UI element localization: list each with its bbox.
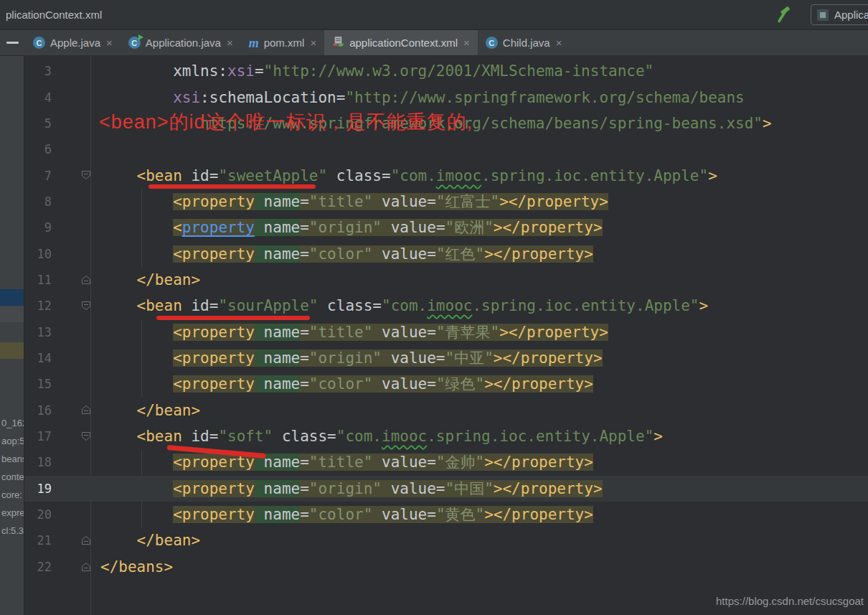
editor-tab[interactable]: CApplication.java× bbox=[121, 30, 241, 55]
fold-gutter bbox=[52, 189, 99, 215]
project-panel-sliver[interactable]: 0_162aop:5beanscontecore:exprecl:5.3 bbox=[0, 56, 24, 615]
code-line[interactable]: 21 </bean> bbox=[24, 527, 868, 553]
line-number[interactable]: 8 bbox=[24, 194, 52, 209]
line-number[interactable]: 5 bbox=[24, 116, 52, 131]
code-line[interactable]: 20 <property name="color" value="黄色"></p… bbox=[24, 502, 868, 527]
line-number[interactable]: 4 bbox=[24, 90, 52, 105]
code-line[interactable]: 14 <property name="origin" value="中亚"></… bbox=[24, 345, 868, 371]
run-configuration-select[interactable]: Applicat bbox=[811, 4, 868, 25]
code-text: <bean id="sweetApple" class="com.imooc.s… bbox=[99, 167, 717, 184]
line-number[interactable]: 19 bbox=[24, 482, 52, 496]
line-number[interactable]: 13 bbox=[24, 325, 52, 339]
close-tab-icon[interactable]: × bbox=[310, 37, 316, 49]
editor-tab-bar: CApple.java×CApplication.java×mpom.xml×a… bbox=[0, 30, 868, 56]
fold-marker-icon[interactable] bbox=[52, 293, 99, 319]
code-line[interactable]: 13 <property name="title" value="青苹果"></… bbox=[24, 319, 868, 344]
project-tree-selected-row[interactable] bbox=[0, 289, 24, 306]
line-number[interactable]: 6 bbox=[24, 142, 52, 156]
project-tree-item-fragment[interactable]: aop:5 bbox=[1, 436, 24, 446]
fold-marker-icon[interactable] bbox=[52, 162, 99, 188]
fold-gutter bbox=[52, 215, 99, 240]
code-line[interactable]: 9 <property name="origin" value="欧洲"></p… bbox=[24, 215, 868, 240]
code-line[interactable]: 11 </bean> bbox=[24, 267, 868, 293]
line-number[interactable]: 3 bbox=[24, 64, 52, 78]
code-line[interactable]: 3 xmlns:xsi="http://www.w3.org/2001/XMLS… bbox=[24, 58, 868, 84]
line-number[interactable]: 20 bbox=[24, 507, 52, 522]
fold-gutter bbox=[52, 502, 99, 527]
fold-gutter bbox=[52, 240, 99, 266]
line-number[interactable]: 16 bbox=[24, 403, 52, 418]
fold-marker-icon[interactable] bbox=[52, 397, 99, 423]
annotation-underline-sweetapple bbox=[148, 184, 316, 189]
line-number[interactable]: 15 bbox=[24, 377, 52, 391]
line-number[interactable]: 18 bbox=[24, 455, 52, 469]
fold-marker-icon[interactable] bbox=[52, 423, 99, 449]
line-number[interactable]: 14 bbox=[24, 351, 52, 365]
code-line[interactable]: 16 </bean> bbox=[24, 397, 868, 423]
fold-marker-icon[interactable] bbox=[52, 267, 99, 293]
editor-tab[interactable]: CApple.java× bbox=[25, 30, 121, 55]
close-tab-icon[interactable]: × bbox=[556, 37, 562, 49]
java-run-class-icon: C bbox=[128, 37, 141, 49]
fold-gutter bbox=[52, 111, 99, 136]
code-line[interactable]: 19 <property name="origin" value="中国"></… bbox=[24, 476, 868, 502]
build-button[interactable] bbox=[775, 6, 793, 24]
code-text: <property name="color" value="绿色"></prop… bbox=[99, 374, 593, 394]
project-tree-row[interactable] bbox=[0, 306, 24, 322]
close-tab-icon[interactable]: × bbox=[227, 37, 233, 49]
project-tree-item-fragment[interactable]: conte bbox=[1, 471, 24, 482]
line-number[interactable]: 10 bbox=[24, 247, 52, 261]
fold-marker-icon[interactable] bbox=[52, 527, 99, 553]
code-text: <property name="title" value="青苹果"></pro… bbox=[99, 322, 608, 342]
close-tab-icon[interactable]: × bbox=[463, 37, 470, 49]
fold-gutter bbox=[52, 319, 99, 344]
project-tree-item-fragment[interactable]: beans bbox=[1, 454, 24, 464]
tool-window-stripe-button[interactable] bbox=[0, 30, 25, 55]
watermark-url: https://blog.csdn.net/csucsgoat bbox=[716, 595, 864, 607]
tab-label: Child.java bbox=[503, 37, 550, 49]
editor-tab[interactable]: applicationContext.xml× bbox=[324, 30, 478, 55]
application-icon bbox=[817, 9, 829, 21]
editor-tab[interactable]: CChild.java× bbox=[478, 30, 570, 55]
code-text: <property name="title" value="金帅"></prop… bbox=[99, 452, 593, 472]
window-title: plicationContext.xml bbox=[6, 0, 102, 29]
fold-gutter bbox=[52, 345, 99, 371]
code-line[interactable]: 10 <property name="color" value="红色"></p… bbox=[24, 240, 868, 266]
code-line[interactable]: 4 xsi:schemaLocation="http://www.springf… bbox=[24, 84, 868, 110]
project-tree-highlighted-row[interactable] bbox=[0, 342, 24, 359]
editor-tab[interactable]: mpom.xml× bbox=[241, 30, 324, 55]
project-tree-item-fragment[interactable]: expre bbox=[1, 507, 24, 518]
line-number[interactable]: 17 bbox=[24, 429, 52, 443]
code-text: <property name="color" value="红色"></prop… bbox=[99, 244, 593, 264]
line-number[interactable]: 7 bbox=[24, 169, 52, 183]
annotation-underline-sourapple bbox=[156, 316, 310, 320]
line-number[interactable]: 11 bbox=[24, 273, 52, 287]
code-line[interactable]: 6 bbox=[24, 136, 868, 162]
code-text: <property name="origin" value="欧洲"></pro… bbox=[99, 217, 603, 238]
line-number[interactable]: 12 bbox=[24, 299, 52, 313]
tab-label: Apple.java bbox=[50, 37, 100, 49]
line-number[interactable]: 22 bbox=[24, 560, 52, 574]
code-line[interactable]: 18 <property name="title" value="金帅"></p… bbox=[24, 449, 868, 475]
fold-gutter bbox=[52, 58, 99, 84]
line-number[interactable]: 21 bbox=[24, 533, 52, 548]
fold-gutter bbox=[52, 371, 99, 397]
code-line[interactable]: 15 <property name="color" value="绿色"></p… bbox=[24, 371, 868, 397]
project-tree-item-fragment[interactable]: 0_162 bbox=[1, 418, 24, 428]
project-tree-item-fragment[interactable]: cl:5.3 bbox=[1, 525, 24, 536]
code-text: <property name="origin" value="中亚"></pro… bbox=[99, 348, 603, 368]
java-class-icon: C bbox=[33, 37, 45, 49]
code-line[interactable]: 12 <bean id="sourApple" class="com.imooc… bbox=[24, 293, 868, 319]
code-line[interactable]: 22</beans> bbox=[24, 554, 868, 580]
project-tree-item-fragment[interactable]: core: bbox=[1, 489, 22, 500]
code-editor[interactable]: 3 xmlns:xsi="http://www.w3.org/2001/XMLS… bbox=[24, 56, 868, 615]
close-tab-icon[interactable]: × bbox=[106, 37, 113, 49]
code-lines: 3 xmlns:xsi="http://www.w3.org/2001/XMLS… bbox=[24, 58, 868, 580]
maven-icon: m bbox=[249, 37, 259, 50]
code-text: </bean> bbox=[99, 402, 200, 419]
code-line[interactable]: 17 <bean id="soft" class="com.imooc.spri… bbox=[24, 423, 868, 449]
code-text: <property name="color" value="黄色"></prop… bbox=[99, 504, 593, 525]
fold-marker-icon[interactable] bbox=[52, 554, 99, 580]
code-line[interactable]: 8 <property name="title" value="红富士"></p… bbox=[24, 189, 868, 215]
line-number[interactable]: 9 bbox=[24, 220, 52, 235]
